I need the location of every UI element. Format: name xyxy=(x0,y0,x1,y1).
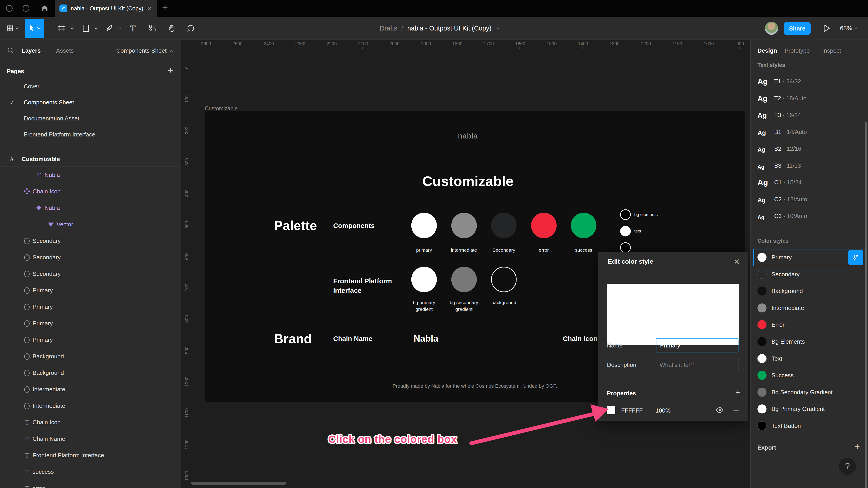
search-icon[interactable] xyxy=(7,46,14,55)
pen-tool-button[interactable] xyxy=(102,19,117,38)
present-icon[interactable] xyxy=(822,24,831,34)
color-style-row-success[interactable]: Success xyxy=(751,367,868,384)
text-style-row[interactable]: AgC3 · 10/Auto xyxy=(751,208,868,224)
move-tool-button[interactable] xyxy=(25,19,44,38)
share-button[interactable]: Share xyxy=(784,22,811,35)
page-row[interactable]: ✓Components Sheet xyxy=(0,95,181,111)
hand-tool-button[interactable] xyxy=(164,19,179,38)
name-input[interactable]: Primary xyxy=(656,338,739,352)
zoom-control[interactable]: 63% xyxy=(840,17,857,40)
layer-row[interactable]: Background xyxy=(0,365,181,381)
layer-row[interactable]: Intermediate xyxy=(0,381,181,398)
layer-row[interactable]: Chain Icon xyxy=(0,183,181,200)
palette-swatch-secondary[interactable] xyxy=(491,213,517,238)
text-style-row[interactable]: AgC2 · 12/Auto xyxy=(751,191,868,207)
page-row[interactable]: Documentation Asset xyxy=(0,111,181,127)
layer-row[interactable]: TNabla xyxy=(0,167,181,183)
color-style-row-intermediate[interactable]: Intermediate xyxy=(751,300,868,316)
shape-tool-button[interactable] xyxy=(79,19,93,38)
breadcrumb-folder[interactable]: Drafts xyxy=(380,25,397,32)
palette-swatch-intermediate[interactable] xyxy=(451,213,477,238)
resources-tool-button[interactable] xyxy=(145,19,160,38)
text-tool-button[interactable]: T xyxy=(126,19,140,38)
panel-scrollbar[interactable] xyxy=(865,122,867,488)
nav-circle-icon[interactable] xyxy=(23,5,29,12)
horizontal-scrollbar[interactable] xyxy=(191,482,286,485)
layer-row[interactable]: Secondary xyxy=(0,233,181,249)
text-style-row[interactable]: AgT1 · 24/32 xyxy=(751,73,868,90)
breadcrumb-file[interactable]: nabla - Outpost UI Kit (Copy) xyxy=(407,25,491,32)
color-style-row-error[interactable]: Error xyxy=(751,316,868,333)
chevron-down-icon[interactable] xyxy=(94,26,98,29)
help-button[interactable]: ? xyxy=(839,458,856,475)
layer-row[interactable]: Background xyxy=(0,348,181,365)
layer-row[interactable]: Nabla xyxy=(0,200,181,216)
side-swatch[interactable] xyxy=(620,226,631,236)
property-color-swatch[interactable] xyxy=(607,406,615,414)
color-style-row-bg-primary-gradient[interactable]: Bg Primary Gradient xyxy=(751,400,868,417)
palette-swatch-error[interactable] xyxy=(531,213,557,238)
fpi-swatch[interactable] xyxy=(491,267,517,292)
nav-circle-icon[interactable] xyxy=(6,5,13,12)
color-style-row-background[interactable]: Background xyxy=(751,283,868,299)
palette-swatch-primary[interactable] xyxy=(411,213,437,238)
tab-assets[interactable]: Assets xyxy=(56,47,74,54)
color-style-row-text-button[interactable]: Text Button xyxy=(751,418,868,434)
tab-layers[interactable]: Layers xyxy=(22,47,41,54)
side-swatch[interactable] xyxy=(620,242,631,253)
fpi-swatch[interactable] xyxy=(451,267,477,292)
layer-row[interactable]: Intermediate xyxy=(0,398,181,414)
layer-row[interactable]: TChain Icon xyxy=(0,414,181,431)
add-export-button[interactable]: + xyxy=(855,442,860,452)
color-style-row-text[interactable]: Text xyxy=(751,350,868,367)
description-input[interactable]: What's it for? xyxy=(656,358,739,372)
add-page-button[interactable]: + xyxy=(165,65,176,76)
chevron-down-icon[interactable] xyxy=(70,26,74,29)
text-style-row[interactable]: AgT3 · 16/24 xyxy=(751,107,868,123)
color-preview-swatch[interactable] xyxy=(607,284,739,345)
page-row[interactable]: Frontend Platform Interface xyxy=(0,127,181,143)
new-tab-button[interactable]: + xyxy=(160,3,170,13)
tab-design[interactable]: Design xyxy=(757,47,777,54)
layer-row[interactable]: Terror xyxy=(0,480,181,488)
chevron-down-icon[interactable] xyxy=(496,26,500,29)
layer-row[interactable]: TFrontend Platform Interface xyxy=(0,447,181,464)
layer-row-frame[interactable]: # Customizable xyxy=(0,152,181,167)
visibility-eye-icon[interactable] xyxy=(715,406,724,415)
property-opacity-value[interactable]: 100% xyxy=(655,407,671,414)
side-swatch[interactable] xyxy=(620,209,631,220)
text-style-row[interactable]: AgB2 · 12/16 xyxy=(751,140,868,157)
layer-row[interactable]: Secondary xyxy=(0,266,181,282)
fpi-swatch[interactable] xyxy=(411,267,437,292)
tab-prototype[interactable]: Prototype xyxy=(784,47,810,54)
tab-close-icon[interactable]: × xyxy=(147,5,153,12)
chevron-down-icon[interactable] xyxy=(118,26,121,29)
document-tab[interactable]: nabla - Outpost UI Kit (Copy) × xyxy=(55,0,157,17)
layer-row[interactable]: TChain Name xyxy=(0,431,181,447)
main-menu-button[interactable] xyxy=(4,19,20,38)
text-style-row[interactable]: AgB1 · 14/Auto xyxy=(751,124,868,140)
layer-row[interactable]: Primary xyxy=(0,282,181,299)
tab-inspect[interactable]: Inspect xyxy=(822,47,841,54)
edit-style-button[interactable] xyxy=(848,250,863,265)
add-property-button[interactable]: + xyxy=(735,387,741,397)
comment-tool-button[interactable] xyxy=(184,19,198,38)
layer-row[interactable]: Primary xyxy=(0,299,181,315)
text-style-row[interactable]: AgC1 · 15/24 xyxy=(751,174,868,191)
layer-row[interactable]: Vector xyxy=(0,216,181,233)
layer-row[interactable]: Primary xyxy=(0,332,181,348)
property-hex-value[interactable]: FFFFFF xyxy=(621,407,643,414)
layer-row[interactable]: Secondary xyxy=(0,249,181,266)
color-style-row-secondary[interactable]: Secondary xyxy=(751,266,868,283)
frame-tool-button[interactable] xyxy=(54,19,69,38)
text-style-row[interactable]: AgT2 · 18/Auto xyxy=(751,90,868,106)
remove-property-button[interactable]: – xyxy=(734,404,739,415)
avatar[interactable] xyxy=(765,22,778,35)
home-icon[interactable] xyxy=(40,4,49,13)
page-selector[interactable]: Components Sheet xyxy=(116,47,173,54)
close-icon[interactable]: × xyxy=(732,255,741,268)
layer-row[interactable]: Tsuccess xyxy=(0,464,181,480)
text-style-row[interactable]: AgB3 · 11/13 xyxy=(751,158,868,174)
layer-row[interactable]: Primary xyxy=(0,315,181,332)
palette-swatch-success[interactable] xyxy=(571,213,596,238)
